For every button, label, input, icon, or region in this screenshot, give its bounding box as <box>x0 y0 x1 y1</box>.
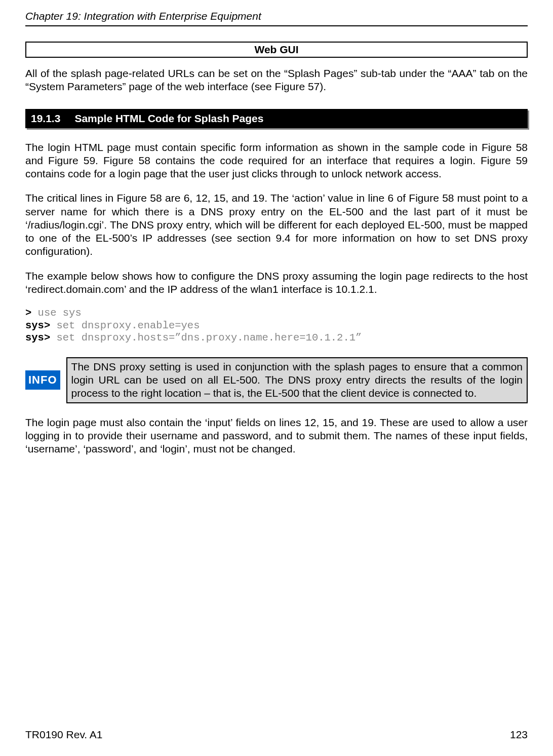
info-callout: INFO The DNS proxy setting is used in co… <box>25 357 528 403</box>
info-badge: INFO <box>25 370 60 390</box>
page-footer: TR0190 Rev. A1 123 <box>25 729 528 741</box>
paragraph-1: The login HTML page must contain specifi… <box>25 141 528 181</box>
cli-cmd-3: set dnsproxy.hosts=”dns.proxy.name.here=… <box>50 332 362 344</box>
footer-page-number: 123 <box>510 729 528 741</box>
web-gui-title-box: Web GUI <box>25 42 528 58</box>
paragraph-3: The example below shows how to configure… <box>25 270 528 296</box>
info-box-text: The DNS proxy setting is used in conjunc… <box>66 357 528 403</box>
chapter-header: Chapter 19: Integration with Enterprise … <box>25 10 528 26</box>
section-heading: 19.1.3Sample HTML Code for Splash Pages <box>25 109 528 128</box>
cli-cmd-1: use sys <box>31 307 81 319</box>
footer-left: TR0190 Rev. A1 <box>25 729 103 741</box>
cli-prompt-2: sys> <box>25 320 50 331</box>
section-number: 19.1.3 <box>31 112 60 125</box>
web-gui-paragraph: All of the splash page-related URLs can … <box>25 67 528 94</box>
section-title: Sample HTML Code for Splash Pages <box>74 112 263 124</box>
paragraph-4: The login page must also contain the ‘in… <box>25 416 528 456</box>
cli-block: > use sys sys> set dnsproxy.enable=yes s… <box>25 307 528 345</box>
cli-prompt-1: > <box>25 307 31 319</box>
cli-prompt-3: sys> <box>25 332 50 344</box>
page: Chapter 19: Integration with Enterprise … <box>0 0 553 756</box>
cli-cmd-2: set dnsproxy.enable=yes <box>50 320 200 331</box>
paragraph-2: The critical lines in Figure 58 are 6, 1… <box>25 192 528 258</box>
